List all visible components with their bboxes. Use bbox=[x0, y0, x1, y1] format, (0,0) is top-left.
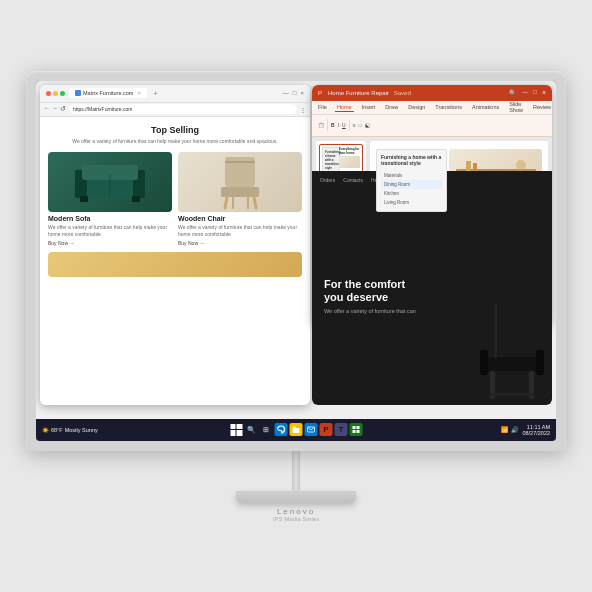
chair-name: Wooden Chair bbox=[178, 215, 302, 222]
powerpoint-icon[interactable]: P bbox=[320, 423, 333, 436]
svg-rect-26 bbox=[473, 163, 477, 171]
product-card-sofa: Modern Sofa We offer a variety of furnit… bbox=[48, 152, 172, 246]
chair-buy-btn[interactable]: Buy Now → bbox=[178, 240, 302, 246]
svg-rect-8 bbox=[221, 187, 259, 197]
tb-paste[interactable]: 📋 bbox=[318, 122, 324, 128]
stand-neck bbox=[292, 451, 300, 491]
sofa-buy-btn[interactable]: Buy Now → bbox=[48, 240, 172, 246]
ppt-saved-status: Saved bbox=[394, 90, 411, 96]
search-icon[interactable]: ⋮ bbox=[300, 106, 306, 113]
network-icon[interactable]: 📶 bbox=[501, 426, 508, 433]
ribbon-tab-draw[interactable]: Draw bbox=[383, 103, 400, 111]
site-subtitle: We offer a variety of furniture that can… bbox=[48, 138, 302, 145]
browser-titlebar: Matrix Furniture.com × + — □ × bbox=[40, 85, 310, 103]
sofa-cta: Buy Now → bbox=[48, 240, 74, 246]
ppt-title: Home Furniture Repair Saved bbox=[328, 90, 505, 96]
ppt-window-controls: 🔍 — □ × bbox=[509, 89, 546, 96]
clock-widget[interactable]: 11:11 AM 08/27/2022 bbox=[522, 424, 550, 436]
ribbon-tab-slideshow[interactable]: Slide Show bbox=[507, 100, 525, 114]
slide-item-dining[interactable]: Dining Room bbox=[381, 180, 442, 189]
sofa-name: Modern Sofa bbox=[48, 215, 172, 222]
maximize-dot[interactable] bbox=[60, 91, 65, 96]
hero-title: For the comfortyou deserve bbox=[324, 278, 416, 304]
tb-arrange[interactable]: ⬕ bbox=[365, 122, 370, 128]
product-card-chair: Wooden Chair We offer a variety of furni… bbox=[178, 152, 302, 246]
windows-area: Matrix Furniture.com × + — □ × bbox=[36, 81, 556, 419]
teams-icon[interactable]: T bbox=[335, 423, 348, 436]
stand-base bbox=[236, 491, 356, 503]
svg-rect-37 bbox=[293, 427, 296, 429]
ribbon-tab-design[interactable]: Design bbox=[406, 103, 427, 111]
monitor: Matrix Furniture.com × + — □ × bbox=[16, 71, 576, 522]
svg-rect-41 bbox=[353, 430, 356, 433]
store-icon[interactable] bbox=[350, 423, 363, 436]
address-bar[interactable]: https://MatrixFurniture.com bbox=[69, 104, 297, 114]
volume-icon[interactable]: 🔊 bbox=[511, 426, 518, 433]
ribbon-tab-file[interactable]: File bbox=[316, 103, 329, 111]
svg-rect-34 bbox=[490, 393, 534, 396]
ppt-maximize[interactable]: □ bbox=[533, 89, 537, 96]
product-grid: Modern Sofa We offer a variety of furnit… bbox=[48, 152, 302, 246]
hero-subtitle: We offer a variety of furniture that can bbox=[324, 308, 416, 315]
nav-orders[interactable]: Orders bbox=[320, 177, 335, 183]
chair-cta: Buy Now → bbox=[178, 240, 204, 246]
svg-rect-29 bbox=[484, 357, 538, 371]
ppt-titlebar: P Home Furniture Repair Saved 🔍 — □ × bbox=[312, 85, 552, 101]
ribbon-tab-review[interactable]: Review bbox=[531, 103, 552, 111]
svg-line-11 bbox=[254, 197, 256, 208]
screen-content: Matrix Furniture.com × + — □ × bbox=[36, 81, 556, 441]
sofa-image bbox=[48, 152, 172, 212]
nav-contacts[interactable]: Contacts bbox=[343, 177, 363, 183]
ppt-close[interactable]: × bbox=[542, 89, 546, 96]
taskview-button[interactable]: ⊞ bbox=[260, 423, 273, 436]
mail-icon[interactable] bbox=[305, 423, 318, 436]
chair-desc: We offer a variety of furniture that can… bbox=[178, 224, 302, 237]
ribbon-tab-transitions[interactable]: Transitions bbox=[433, 103, 464, 111]
taskbar-right: 📶 🔊 11:11 AM 08/27/2022 bbox=[501, 424, 550, 436]
explorer-icon[interactable] bbox=[290, 423, 303, 436]
slide-item-materials[interactable]: Materials bbox=[381, 171, 442, 180]
minimize-dot[interactable] bbox=[53, 91, 58, 96]
tb-shapes[interactable]: □ bbox=[359, 122, 362, 128]
hero-text: For the comfortyou deserve We offer a va… bbox=[324, 278, 416, 316]
tb-underline[interactable]: U bbox=[342, 122, 346, 128]
tb-align[interactable]: ≡ bbox=[353, 122, 356, 128]
ppt-minimize[interactable]: — bbox=[522, 89, 528, 96]
ppt-search-icon[interactable]: 🔍 bbox=[509, 89, 516, 96]
ribbon-tab-animations[interactable]: Animations bbox=[470, 103, 501, 111]
close-dot[interactable] bbox=[46, 91, 51, 96]
monitor-screen: Matrix Furniture.com × + — □ × bbox=[36, 81, 556, 441]
browser-window[interactable]: Matrix Furniture.com × + — □ × bbox=[40, 85, 310, 405]
chair-image bbox=[178, 152, 302, 212]
nav-arrows[interactable]: ←→↺ bbox=[44, 105, 66, 113]
tb-bold[interactable]: B bbox=[331, 122, 335, 128]
edge-icon[interactable] bbox=[275, 423, 288, 436]
svg-rect-31 bbox=[536, 350, 544, 375]
svg-rect-4 bbox=[80, 196, 88, 202]
tb-italic[interactable]: I bbox=[338, 122, 339, 128]
svg-rect-9 bbox=[225, 161, 255, 163]
ribbon-tab-home[interactable]: Home bbox=[335, 103, 354, 112]
svg-rect-39 bbox=[353, 426, 356, 429]
svg-rect-42 bbox=[357, 430, 360, 433]
system-tray: 📶 🔊 bbox=[501, 426, 518, 433]
tab-title: Matrix Furniture.com bbox=[83, 90, 133, 96]
sofa-desc: We offer a variety of furniture that can… bbox=[48, 224, 172, 237]
svg-point-27 bbox=[516, 160, 526, 170]
windows-icon bbox=[230, 424, 242, 436]
window-dots bbox=[46, 91, 65, 96]
weather-widget: ☀️ 68°F Mostly Sunny bbox=[42, 427, 98, 433]
svg-rect-25 bbox=[466, 161, 471, 171]
start-button[interactable] bbox=[230, 423, 243, 436]
site-title: Top Selling bbox=[48, 125, 302, 135]
browser-tab[interactable]: Matrix Furniture.com × bbox=[69, 88, 147, 98]
slide-item-living[interactable]: Living Room bbox=[381, 198, 442, 207]
url-text: https://MatrixFurniture.com bbox=[73, 106, 132, 112]
ribbon-tab-insert[interactable]: Insert bbox=[360, 103, 378, 111]
slide-item-kitchen[interactable]: Kitchen bbox=[381, 189, 442, 198]
monitor-body: Matrix Furniture.com × + — □ × bbox=[26, 71, 566, 451]
furniture-hero: For the comfortyou deserve We offer a va… bbox=[312, 189, 552, 405]
search-button[interactable]: 🔍 bbox=[245, 423, 258, 436]
weather-temp: 68°F bbox=[51, 427, 63, 433]
taskbar: ☀️ 68°F Mostly Sunny 🔍 ⊞ bbox=[36, 419, 556, 441]
